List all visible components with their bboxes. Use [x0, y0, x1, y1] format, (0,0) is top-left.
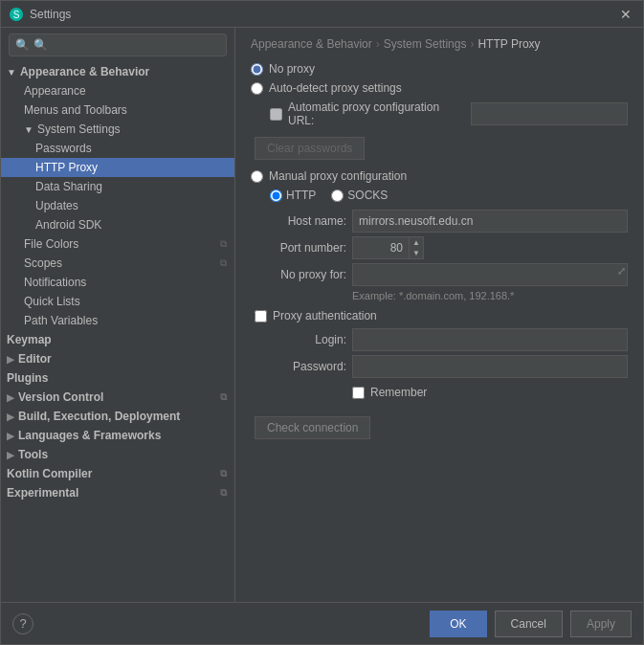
- auto-config-url-input[interactable]: [471, 102, 628, 125]
- search-input[interactable]: [33, 38, 220, 52]
- sidebar-item-kotlin-compiler[interactable]: Kotlin Compiler ⧉: [1, 464, 234, 483]
- sidebar-item-tools[interactable]: ▶ Tools: [1, 445, 234, 464]
- proxy-auth-checkbox[interactable]: [255, 310, 267, 322]
- port-input[interactable]: [352, 236, 410, 259]
- no-proxy-label[interactable]: No proxy: [269, 62, 315, 76]
- port-up-button[interactable]: ▲: [410, 237, 423, 248]
- sidebar-item-label: Appearance: [24, 84, 86, 98]
- expand-arrow: ▼: [7, 67, 16, 78]
- cancel-button[interactable]: Cancel: [495, 611, 563, 637]
- sidebar-item-passwords[interactable]: Passwords: [1, 139, 234, 158]
- title-bar: S Settings ✕: [1, 1, 643, 28]
- expand-arrow: ▶: [7, 431, 14, 441]
- sidebar-item-appearance-behavior[interactable]: ▼ Appearance & Behavior: [1, 62, 234, 81]
- proxy-auth-row: Proxy authentication: [255, 309, 628, 322]
- manual-proxy-radio[interactable]: [251, 170, 263, 183]
- sidebar-item-editor[interactable]: ▶ Editor: [1, 349, 234, 368]
- password-input[interactable]: [352, 355, 628, 378]
- breadcrumb-sep-2: ›: [470, 37, 474, 51]
- sidebar-item-file-colors[interactable]: File Colors ⧉: [1, 234, 234, 254]
- sidebar-item-quick-lists[interactable]: Quick Lists: [1, 292, 234, 311]
- breadcrumb-sep-1: ›: [376, 37, 380, 51]
- remember-checkbox[interactable]: [352, 387, 365, 399]
- auto-detect-label[interactable]: Auto-detect proxy settings: [269, 81, 402, 95]
- apply-button[interactable]: Apply: [570, 611, 632, 637]
- no-proxy-for-input[interactable]: [352, 263, 628, 286]
- check-connection-wrap: Check connection: [255, 416, 628, 439]
- login-input[interactable]: [352, 328, 628, 351]
- login-row: Login:: [251, 328, 628, 351]
- http-radio[interactable]: [270, 189, 282, 202]
- password-label: Password:: [251, 360, 346, 373]
- breadcrumb-part-3: HTTP Proxy: [477, 37, 540, 51]
- sidebar-item-label: Path Variables: [24, 314, 98, 327]
- ok-button[interactable]: OK: [430, 611, 486, 637]
- help-button[interactable]: ?: [12, 613, 33, 634]
- svg-text:S: S: [13, 10, 20, 20]
- http-label[interactable]: HTTP: [286, 189, 316, 202]
- check-connection-button[interactable]: Check connection: [255, 416, 370, 439]
- sidebar-item-languages-frameworks[interactable]: ▶ Languages & Frameworks: [1, 426, 234, 445]
- sidebar-item-updates[interactable]: Updates: [1, 196, 234, 215]
- sidebar-item-label: Quick Lists: [24, 295, 80, 308]
- sidebar-item-keymap[interactable]: Keymap: [1, 330, 234, 349]
- manual-proxy-label[interactable]: Manual proxy configuration: [269, 169, 407, 183]
- host-name-label: Host name:: [251, 214, 346, 228]
- proxy-auth-label[interactable]: Proxy authentication: [273, 309, 377, 322]
- sidebar-item-scopes[interactable]: Scopes ⧉: [1, 254, 234, 273]
- protocol-row: HTTP SOCKS: [270, 189, 628, 202]
- expand-arrow: ▶: [7, 450, 14, 460]
- manual-proxy-option[interactable]: Manual proxy configuration: [251, 169, 628, 183]
- close-button[interactable]: ✕: [616, 5, 635, 24]
- sidebar-item-android-sdk[interactable]: Android SDK: [1, 215, 234, 234]
- clear-passwords-button[interactable]: Clear passwords: [255, 137, 365, 160]
- sidebar-item-label: Languages & Frameworks: [18, 429, 161, 442]
- auto-detect-option[interactable]: Auto-detect proxy settings: [251, 81, 628, 95]
- sidebar-item-plugins[interactable]: Plugins: [1, 368, 234, 388]
- host-name-row: Host name:: [251, 210, 628, 233]
- sidebar-item-label: Passwords: [35, 142, 92, 155]
- no-proxy-radio[interactable]: [251, 63, 263, 76]
- right-panel: Appearance & Behavior › System Settings …: [235, 28, 643, 602]
- auto-config-label: Automatic proxy configuration URL:: [288, 100, 461, 127]
- sidebar-item-experimental[interactable]: Experimental ⧉: [1, 483, 234, 502]
- sidebar-item-http-proxy[interactable]: HTTP Proxy: [1, 158, 234, 177]
- expand-button[interactable]: ⤢: [617, 265, 626, 278]
- no-proxy-for-row: No proxy for: ⤢: [251, 263, 628, 286]
- search-icon: 🔍: [15, 38, 30, 52]
- no-proxy-for-label: No proxy for:: [251, 268, 346, 281]
- sidebar-item-menus-toolbars[interactable]: Menus and Toolbars: [1, 100, 234, 120]
- sidebar-item-label: Plugins: [7, 371, 48, 385]
- sidebar-item-label: Notifications: [24, 276, 86, 289]
- port-down-button[interactable]: ▼: [410, 248, 423, 258]
- socks-radio[interactable]: [331, 189, 344, 202]
- sidebar-item-data-sharing[interactable]: Data Sharing: [1, 177, 234, 196]
- password-row: Password:: [251, 355, 628, 378]
- sidebar-item-system-settings[interactable]: ▼ System Settings: [1, 120, 234, 139]
- port-spinner: ▲ ▼: [352, 236, 424, 259]
- expand-arrow: ▶: [7, 354, 14, 365]
- sidebar-item-label: Keymap: [7, 333, 52, 346]
- sidebar-item-label: Kotlin Compiler: [7, 467, 92, 480]
- auto-config-checkbox[interactable]: [270, 108, 282, 121]
- remember-label[interactable]: Remember: [370, 386, 427, 399]
- expand-arrow: ▼: [24, 124, 33, 135]
- sidebar-item-path-variables[interactable]: Path Variables: [1, 311, 234, 330]
- sidebar-item-label: Tools: [18, 448, 48, 461]
- sidebar-item-appearance[interactable]: Appearance: [1, 81, 234, 100]
- no-proxy-option[interactable]: No proxy: [251, 62, 628, 76]
- host-name-input[interactable]: [352, 210, 628, 233]
- auto-detect-radio[interactable]: [251, 82, 263, 95]
- search-box[interactable]: 🔍: [9, 33, 227, 56]
- breadcrumb: Appearance & Behavior › System Settings …: [251, 37, 628, 51]
- sidebar-item-build-execution[interactable]: ▶ Build, Execution, Deployment: [1, 407, 234, 426]
- sidebar-item-version-control[interactable]: ▶ Version Control ⧉: [1, 388, 234, 407]
- breadcrumb-part-1: Appearance & Behavior: [251, 37, 372, 51]
- sidebar-item-label: Appearance & Behavior: [20, 65, 149, 78]
- login-label: Login:: [251, 333, 346, 346]
- sidebar-item-label: Scopes: [24, 256, 62, 270]
- copy-icon: ⧉: [220, 391, 227, 403]
- sidebar-item-notifications[interactable]: Notifications: [1, 273, 234, 292]
- socks-label[interactable]: SOCKS: [347, 189, 388, 202]
- sidebar-item-label: System Settings: [37, 122, 121, 136]
